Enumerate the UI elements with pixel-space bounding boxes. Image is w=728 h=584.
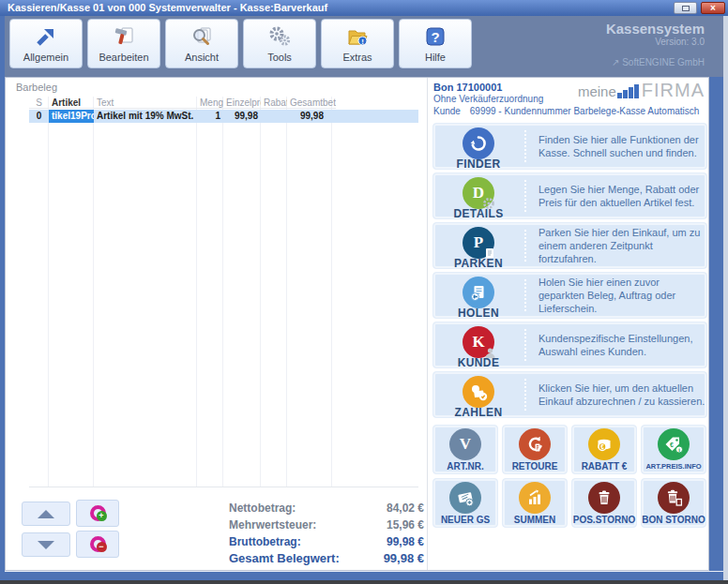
- remove-position-button[interactable]: −: [76, 531, 119, 558]
- price-info-icon: €i: [658, 428, 690, 460]
- svg-text:!: !: [361, 37, 364, 46]
- action-details[interactable]: D DETAILS Legen Sie hier Menge, Rabatt o…: [432, 172, 707, 219]
- svg-text:€: €: [670, 442, 674, 448]
- window-title: Kassieren/Kasse 01 von 000 Systemverwalt…: [8, 2, 327, 13]
- magnifier-pages-icon: [166, 22, 237, 52]
- logo-bars-icon: [617, 84, 640, 98]
- column-header-einzelpreis[interactable]: Einzelpreis: [223, 97, 261, 109]
- holen-icon: [463, 277, 494, 308]
- add-position-button[interactable]: +: [76, 500, 119, 527]
- folder-info-icon: !: [322, 22, 393, 52]
- dotted-separator: [524, 130, 526, 162]
- cell-s[interactable]: 0: [29, 110, 49, 123]
- company-link[interactable]: ↗ SoftENGINE GmbH: [606, 57, 705, 67]
- toolbar-button-allgemein[interactable]: Allgemein: [9, 19, 83, 68]
- cell-einzelpreis[interactable]: 99,98: [223, 110, 261, 123]
- finder-icon: [463, 127, 494, 159]
- column-header-artikel[interactable]: Artikel: [49, 97, 94, 109]
- svg-text:€: €: [600, 443, 604, 450]
- scroll-down-button[interactable]: [22, 532, 70, 557]
- dotted-separator: [524, 230, 526, 262]
- artnr-button[interactable]: V ART.NR.: [432, 425, 498, 474]
- screen-bottom-strip: [0, 580, 728, 584]
- app-window: Kassieren/Kasse 01 von 000 Systemverwalt…: [0, 0, 728, 584]
- bon-number: Bon 17100001: [433, 82, 502, 93]
- plus-icon: +: [90, 505, 106, 521]
- total-mwst: Mehrwertsteuer:15,96 €: [229, 517, 424, 533]
- cell-rabatt[interactable]: [261, 110, 287, 123]
- restore-icon: [682, 6, 690, 11]
- bon-storno-button[interactable]: BON STORNO: [641, 478, 706, 528]
- voucher-plus-icon: [449, 482, 481, 514]
- kunde-icon: K: [463, 326, 494, 358]
- column-header-rabatt[interactable]: Rabatt: [261, 97, 287, 109]
- dotted-separator: [524, 329, 526, 361]
- scroll-up-button[interactable]: [22, 502, 70, 526]
- cell-menge[interactable]: 1: [197, 110, 223, 123]
- customer-line: Kunde 69999 - Kundennummer Barbelege-Kas…: [433, 106, 699, 116]
- bar-chart-icon: [519, 482, 551, 514]
- arrow-down-icon: [38, 541, 54, 549]
- retoure-icon: [519, 428, 551, 460]
- cell-gesamtbetrag[interactable]: 99,98: [287, 110, 326, 123]
- action-holen[interactable]: HOLEN Holen Sie hier einen zuvor geparkt…: [432, 272, 707, 319]
- arrow-up-right-icon: ↗: [612, 57, 619, 67]
- minus-icon: −: [90, 536, 106, 552]
- gears-icon: [244, 22, 315, 52]
- toolbar-button-ansicht[interactable]: Ansicht: [165, 19, 238, 68]
- cell-artikel-selected[interactable]: tikel19Prozent: [49, 110, 94, 123]
- zahlen-icon: [463, 376, 494, 408]
- action-zahlen[interactable]: ZAHLEN Klicken Sie hier, um den aktuelle…: [432, 371, 707, 418]
- arrow-up-icon: [38, 510, 54, 518]
- toolbar-button-hilfe[interactable]: ? Hilfe: [399, 19, 472, 68]
- toolbar: Allgemein Bearbeiten Ansicht Tools ! Ext…: [5, 16, 723, 77]
- customer-value: 69999 - Kundennummer Barbelege-Kasse Aut…: [470, 106, 700, 116]
- question-mark-icon: ?: [400, 22, 471, 52]
- action-parken[interactable]: P PARKEN Parken Sie hier den Einkauf, um…: [432, 222, 707, 269]
- section-label: Barbeleg: [16, 82, 57, 93]
- logo-text-meine: meine: [578, 84, 616, 98]
- close-button[interactable]: ×: [701, 2, 725, 14]
- window-edge: [723, 16, 728, 580]
- rabatt-button[interactable]: € RABATT €: [571, 425, 637, 474]
- trash-icon: [588, 482, 620, 514]
- neuer-gs-button[interactable]: NEUER GS: [432, 478, 498, 528]
- dotted-separator: [524, 379, 526, 411]
- column-header-text[interactable]: Text: [94, 97, 197, 109]
- totals-block: Nettobetrag:84,02 € Mehrwertsteuer:15,96…: [229, 500, 424, 567]
- summen-button[interactable]: SUMMEN: [502, 478, 568, 528]
- artpreisinfo-button[interactable]: €i ART.PREIS.INFO: [641, 425, 706, 474]
- trash-document-icon: [658, 482, 690, 514]
- main-content: Barbeleg S Artikel Text Menge Einzelprei…: [5, 77, 709, 571]
- retoure-button[interactable]: RETOURE: [502, 425, 568, 474]
- cell-text[interactable]: Artikel mit 19% MwSt.: [94, 110, 197, 123]
- dotted-separator: [524, 180, 526, 212]
- seller-assignment: Ohne Verkäuferzuordnung: [433, 94, 543, 104]
- app-name: Kassensystem: [606, 21, 705, 37]
- receipt-table[interactable]: S Artikel Text Menge Einzelpreis Rabatt …: [29, 97, 418, 487]
- toolbar-button-tools[interactable]: Tools: [243, 19, 316, 68]
- window-bottom-line: [5, 571, 723, 572]
- title-bar[interactable]: Kassieren/Kasse 01 von 000 Systemverwalt…: [0, 0, 728, 16]
- restore-button[interactable]: [674, 2, 697, 14]
- logo-text-firma: FIRMA: [642, 82, 705, 98]
- artnr-icon: V: [449, 428, 481, 460]
- total-netto: Nettobetrag:84,02 €: [229, 500, 424, 517]
- app-version: Version: 3.0: [606, 37, 705, 47]
- action-finder[interactable]: FINDER Finden Sie hier alle Funktionen d…: [432, 123, 707, 170]
- brand-area: Kassensystem Version: 3.0 ↗ SoftENGINE G…: [606, 21, 705, 67]
- svg-text:?: ?: [431, 29, 439, 45]
- details-icon: D: [463, 177, 494, 209]
- panel-divider: [427, 78, 428, 570]
- parken-icon: P: [463, 227, 494, 259]
- column-header-s[interactable]: S: [29, 97, 49, 109]
- total-belegwert: Gesamt Belegwert:99,98 €: [229, 550, 424, 567]
- column-header-gesamtbetrag[interactable]: Gesamtbetrag: [287, 97, 336, 109]
- total-brutto: Bruttobetrag:99,98 €: [229, 533, 424, 550]
- toolbar-button-bearbeiten[interactable]: Bearbeiten: [87, 19, 160, 68]
- toolbar-button-extras[interactable]: ! Extras: [321, 19, 394, 68]
- column-header-menge[interactable]: Menge: [197, 97, 223, 109]
- action-kunde[interactable]: K KUNDE Kundenspezifische Einstellungen,…: [432, 322, 707, 368]
- rabatt-icon: €: [588, 428, 620, 460]
- pos-storno-button[interactable]: POS.STORNO: [571, 478, 637, 528]
